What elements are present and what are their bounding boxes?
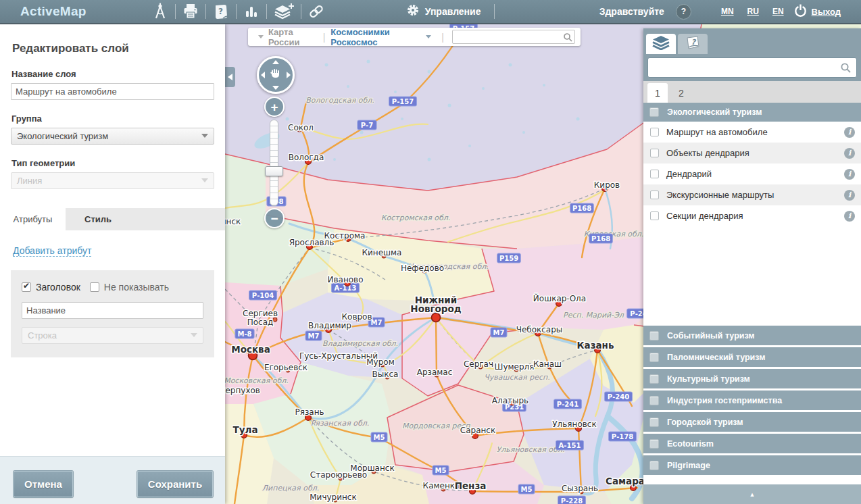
group-checkbox[interactable] (649, 396, 659, 405)
group-header[interactable]: Pilgrimage (643, 455, 861, 475)
chevron-down-icon[interactable] (258, 35, 264, 39)
group-header[interactable]: Событийный туризм (643, 326, 861, 345)
layer-items: Маршрут на автомобилеОбъекты дендрарияДе… (643, 122, 861, 226)
group-checkbox[interactable] (649, 331, 659, 341)
basemap-option-russia[interactable]: Карта России (268, 27, 318, 47)
zoom-in-button[interactable]: + (264, 97, 285, 117)
print-icon[interactable] (182, 3, 199, 20)
group-checkbox[interactable] (649, 353, 659, 362)
layer-checkbox[interactable] (650, 149, 659, 157)
lang-ru[interactable]: RU (747, 7, 759, 16)
layers-search-input[interactable] (648, 60, 840, 75)
group-header[interactable]: Городской туризм (643, 412, 861, 432)
group-select[interactable]: Экологический туризм (11, 128, 214, 145)
info-icon[interactable] (844, 169, 855, 180)
layer-item[interactable]: Маршрут на автомобиле (643, 122, 861, 143)
add-layer-icon[interactable] (273, 3, 295, 20)
city-dot (432, 313, 441, 322)
tab-style[interactable]: Стиль (66, 208, 130, 230)
attribute-card: Заголовок Не показывать Строка (11, 270, 214, 357)
pan-control[interactable] (257, 56, 295, 94)
group-label: Ecotourism (667, 439, 714, 449)
group-label: Культурный туризм (667, 374, 750, 384)
language-switcher: MN RU EN (721, 7, 784, 16)
divider (266, 4, 267, 19)
collapse-left-icon (228, 74, 232, 80)
group-header[interactable]: Культурный туризм (643, 369, 861, 388)
collapse-panel-button[interactable]: ▲ (643, 484, 861, 504)
info-icon[interactable] (844, 190, 855, 201)
attribute-type-value: Строка (28, 330, 57, 341)
page-1-button[interactable]: 1 (647, 83, 668, 103)
help-button[interactable]: ? (676, 4, 691, 20)
info-icon[interactable] (844, 211, 855, 222)
cancel-button[interactable]: Отмена (14, 471, 73, 497)
map-search-input[interactable] (453, 32, 563, 42)
chevron-down-icon[interactable] (426, 35, 431, 39)
tab-attributes[interactable]: Атрибуты (0, 208, 66, 230)
layer-item-label: Секции дендрария (666, 211, 844, 221)
measure-icon[interactable] (151, 3, 169, 20)
management-menu[interactable]: Управление (406, 3, 481, 20)
pan-right-icon[interactable] (287, 72, 291, 78)
hide-checkbox[interactable] (90, 282, 99, 292)
title-checkbox[interactable] (22, 282, 31, 292)
region-label: Костромская обл. (381, 213, 451, 222)
group-checkbox[interactable] (649, 374, 659, 384)
panel-footer: Отмена Сохранить (0, 456, 225, 504)
tab-layers[interactable] (646, 34, 676, 54)
city-label: Ковров (342, 312, 372, 322)
city-label: Выкса (372, 370, 399, 379)
lang-en[interactable]: EN (772, 7, 784, 16)
group-header[interactable]: Паломнический туризм (643, 347, 861, 367)
layer-item[interactable]: Секции дендрария (643, 205, 861, 226)
layer-item[interactable]: Экскурсионные маршруты (643, 184, 861, 205)
group-checkbox[interactable] (649, 439, 659, 449)
pan-down-icon[interactable] (272, 86, 279, 90)
tab-legend[interactable]: ? (678, 34, 708, 54)
logout-button[interactable]: Выход (793, 3, 841, 20)
group-header[interactable]: Ecotourism (643, 434, 861, 453)
layer-item[interactable]: Дендрарий (643, 163, 861, 184)
save-button[interactable]: Сохранить (137, 471, 213, 497)
layer-checkbox[interactable] (650, 128, 659, 136)
magnifier-icon[interactable] (840, 62, 851, 73)
page-2-button[interactable]: 2 (671, 83, 691, 103)
group-checkbox[interactable] (649, 418, 659, 427)
city-label: Вологда (289, 153, 324, 162)
link-icon[interactable] (308, 3, 325, 20)
info-icon[interactable] (844, 148, 855, 159)
pan-left-icon[interactable] (261, 72, 265, 78)
map-search-box (452, 30, 575, 44)
attribute-name-input[interactable] (22, 302, 203, 319)
help-book-icon[interactable]: ? (212, 3, 230, 20)
group-checkbox[interactable] (649, 461, 659, 470)
group-checkbox[interactable] (649, 107, 659, 117)
geometry-type-value: Линия (17, 176, 42, 186)
app-logo: ActiveMap (20, 4, 87, 19)
legend-help-icon: ? (684, 35, 702, 53)
zoom-out-button[interactable]: − (264, 208, 285, 228)
pan-up-icon[interactable] (272, 60, 279, 64)
layers-panel-tabs: ? (643, 28, 861, 54)
group-header[interactable]: Индустрия гостеприимства (643, 390, 861, 410)
basemap-option-satellite[interactable]: Космоснимки Роскосмос (330, 27, 421, 47)
layer-checkbox[interactable] (650, 170, 659, 178)
magnifier-icon[interactable] (563, 32, 572, 42)
group-header-expanded[interactable]: Экологический туризм (643, 103, 861, 122)
stats-icon[interactable] (243, 3, 260, 20)
zoom-slider[interactable] (270, 120, 278, 206)
add-attribute-link[interactable]: Добавить атрибут (13, 245, 91, 257)
city-label: Серпухов (225, 386, 260, 395)
layer-checkbox[interactable] (650, 211, 659, 220)
layer-item[interactable]: Объекты дендрария (643, 143, 861, 163)
layer-checkbox[interactable] (650, 191, 659, 199)
info-icon[interactable] (844, 127, 855, 138)
layer-name-input[interactable] (11, 83, 214, 100)
city-label: Канаш (533, 359, 562, 369)
zoom-slider-handle[interactable] (265, 166, 283, 176)
collapse-left-panel-button[interactable] (225, 67, 235, 87)
road-badge: М7 (305, 331, 322, 341)
road-badge: Р-240 (605, 392, 633, 401)
lang-mn[interactable]: MN (721, 7, 734, 16)
